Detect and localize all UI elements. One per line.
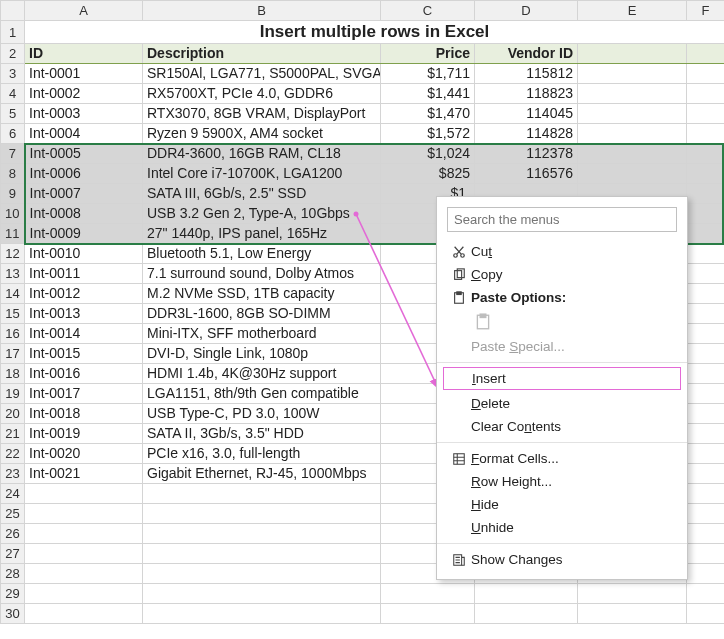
cell-desc[interactable]: DVI-D, Single Link, 1080p	[143, 344, 381, 364]
cell-id[interactable]: Int-0013	[25, 304, 143, 324]
cell-empty[interactable]	[687, 384, 725, 404]
row-header[interactable]: 15	[1, 304, 25, 324]
cell-empty[interactable]	[25, 484, 143, 504]
cell-vendor[interactable]: 112378	[475, 144, 578, 164]
cell-empty[interactable]	[578, 584, 687, 604]
cell-price[interactable]: $1,470	[381, 104, 475, 124]
col-header[interactable]: F	[687, 1, 725, 21]
col-header[interactable]: A	[25, 1, 143, 21]
cell-id[interactable]: Int-0018	[25, 404, 143, 424]
cell-empty[interactable]	[687, 64, 725, 84]
cell-desc[interactable]: Bluetooth 5.1, Low Energy	[143, 244, 381, 264]
menu-copy[interactable]: Copy	[437, 263, 687, 286]
col-header[interactable]: E	[578, 1, 687, 21]
row-header[interactable]: 25	[1, 504, 25, 524]
cell-empty[interactable]	[25, 544, 143, 564]
table-row[interactable]: 5Int-0003RTX3070, 8GB VRAM, DisplayPort$…	[1, 104, 725, 124]
row-header[interactable]: 24	[1, 484, 25, 504]
cell-empty[interactable]	[687, 284, 725, 304]
row-header[interactable]: 10	[1, 204, 25, 224]
col-header[interactable]: D	[475, 1, 578, 21]
cell-empty[interactable]	[25, 604, 143, 624]
cell-desc[interactable]: Gigabit Ethernet, RJ-45, 1000Mbps	[143, 464, 381, 484]
cell-id[interactable]: Int-0006	[25, 164, 143, 184]
cell-empty[interactable]	[687, 124, 725, 144]
row-header[interactable]: 2	[1, 44, 25, 64]
menu-hide[interactable]: Hide	[437, 493, 687, 516]
cell-id[interactable]: Int-0017	[25, 384, 143, 404]
cell-desc[interactable]: 7.1 surround sound, Dolby Atmos	[143, 264, 381, 284]
cell-desc[interactable]: Mini-ITX, SFF motherboard	[143, 324, 381, 344]
cell-id[interactable]: Int-0014	[25, 324, 143, 344]
row-header[interactable]: 1	[1, 21, 25, 44]
cell-empty[interactable]	[381, 584, 475, 604]
cell-empty[interactable]	[578, 164, 687, 184]
cell-id[interactable]: Int-0007	[25, 184, 143, 204]
cell-id[interactable]: Int-0008	[25, 204, 143, 224]
row-header[interactable]: 14	[1, 284, 25, 304]
cell-empty[interactable]	[687, 604, 725, 624]
cell-desc[interactable]: DDR4-3600, 16GB RAM, CL18	[143, 144, 381, 164]
cell-id[interactable]: Int-0012	[25, 284, 143, 304]
cell-empty[interactable]	[687, 364, 725, 384]
cell-empty[interactable]	[687, 164, 725, 184]
cell-empty[interactable]	[143, 564, 381, 584]
menu-cut[interactable]: Cut	[437, 240, 687, 263]
table-row[interactable]: 4Int-0002RX5700XT, PCIe 4.0, GDDR6$1,441…	[1, 84, 725, 104]
row-header[interactable]: 8	[1, 164, 25, 184]
row-header[interactable]: 7	[1, 144, 25, 164]
cell-desc[interactable]: RX5700XT, PCIe 4.0, GDDR6	[143, 84, 381, 104]
row-header[interactable]: 18	[1, 364, 25, 384]
cell-empty[interactable]	[687, 484, 725, 504]
cell-empty[interactable]	[578, 104, 687, 124]
cell-price[interactable]: $1,572	[381, 124, 475, 144]
cell-empty[interactable]	[687, 264, 725, 284]
cell-id[interactable]: Int-0001	[25, 64, 143, 84]
cell-desc[interactable]: Ryzen 9 5900X, AM4 socket	[143, 124, 381, 144]
cell-empty[interactable]	[143, 584, 381, 604]
cell-empty[interactable]	[475, 604, 578, 624]
cell-empty[interactable]	[687, 564, 725, 584]
row-header[interactable]: 5	[1, 104, 25, 124]
cell-empty[interactable]	[143, 604, 381, 624]
table-row[interactable]: 6Int-0004Ryzen 9 5900X, AM4 socket$1,572…	[1, 124, 725, 144]
cell-id[interactable]: Int-0005	[25, 144, 143, 164]
row-header[interactable]: 29	[1, 584, 25, 604]
row-header[interactable]: 13	[1, 264, 25, 284]
cell-empty[interactable]	[687, 184, 725, 204]
cell-id[interactable]: Int-0011	[25, 264, 143, 284]
cell-empty[interactable]	[687, 304, 725, 324]
cell-id[interactable]: Int-0019	[25, 424, 143, 444]
row-header[interactable]: 12	[1, 244, 25, 264]
cell-desc[interactable]: PCIe x16, 3.0, full-length	[143, 444, 381, 464]
cell-empty[interactable]	[578, 144, 687, 164]
cell-desc[interactable]: SATA III, 6Gb/s, 2.5" SSD	[143, 184, 381, 204]
row-header[interactable]: 16	[1, 324, 25, 344]
cell-desc[interactable]: Intel Core i7-10700K, LGA1200	[143, 164, 381, 184]
table-row[interactable]: 7Int-0005DDR4-3600, 16GB RAM, CL18$1,024…	[1, 144, 725, 164]
cell-empty[interactable]	[687, 584, 725, 604]
cell-desc[interactable]: M.2 NVMe SSD, 1TB capacity	[143, 284, 381, 304]
menu-row-height[interactable]: Row Height...	[437, 470, 687, 493]
cell-empty[interactable]	[687, 144, 725, 164]
cell-desc[interactable]: SR150Al, LGA771, S5000PAL, SVGA	[143, 64, 381, 84]
row-header[interactable]: 3	[1, 64, 25, 84]
table-row[interactable]: 30	[1, 604, 725, 624]
cell-id[interactable]: Int-0020	[25, 444, 143, 464]
menu-format-cells[interactable]: Format Cells...	[437, 447, 687, 470]
cell-desc[interactable]: SATA II, 3Gb/s, 3.5" HDD	[143, 424, 381, 444]
cell-id[interactable]: Int-0002	[25, 84, 143, 104]
cell-empty[interactable]	[687, 84, 725, 104]
cell-vendor[interactable]: 118823	[475, 84, 578, 104]
row-header[interactable]: 6	[1, 124, 25, 144]
cell-desc[interactable]: USB Type-C, PD 3.0, 100W	[143, 404, 381, 424]
cell-desc[interactable]: HDMI 1.4b, 4K@30Hz support	[143, 364, 381, 384]
cell-id[interactable]: Int-0015	[25, 344, 143, 364]
cell-vendor[interactable]: 116576	[475, 164, 578, 184]
col-header[interactable]: C	[381, 1, 475, 21]
row-header[interactable]: 17	[1, 344, 25, 364]
cell-empty[interactable]	[687, 544, 725, 564]
row-header[interactable]: 30	[1, 604, 25, 624]
cell-desc[interactable]: LGA1151, 8th/9th Gen compatible	[143, 384, 381, 404]
cell-empty[interactable]	[687, 244, 725, 264]
